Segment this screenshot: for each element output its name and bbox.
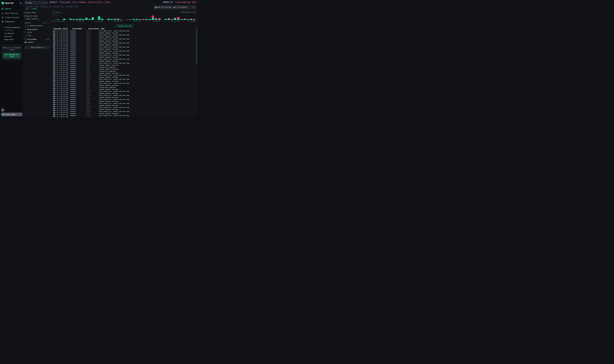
events-histogram[interactable]	[56, 14, 196, 20]
table-row[interactable]: ›May 15 1:42:43.336 PMpaymentinfoCharge …	[51, 36, 195, 38]
histogram-bar[interactable]	[97, 14, 101, 20]
histogram-bar[interactable]	[75, 14, 78, 20]
histogram-bar[interactable]	[189, 14, 193, 20]
table-row[interactable]: ›May 15 1:42:50.834 PMpaymentinfoCharge …	[51, 32, 195, 34]
table-row[interactable]: ›May 15 1:42:43.360 PMpaymenterrorVisa c…	[51, 34, 195, 36]
table-row[interactable]: ›May 15 1:42:05.460 PMpaymenterrorVisa c…	[51, 50, 195, 52]
histogram-bar[interactable]	[183, 14, 186, 20]
row-expand-icon[interactable]: ›	[51, 48, 53, 50]
histogram-bar[interactable]	[174, 14, 177, 20]
table-row[interactable]: ›May 15 1:40:07.413 PMpaymenterrorVisa c…	[51, 115, 195, 117]
histogram-bar[interactable]	[180, 14, 183, 20]
clear-filter-button[interactable]: Clear	[45, 39, 50, 40]
row-expand-icon[interactable]: ›	[51, 38, 53, 40]
row-expand-icon[interactable]: ›	[51, 30, 53, 32]
denoise-checkbox[interactable]	[25, 25, 26, 26]
row-expand-icon[interactable]: ›	[51, 50, 53, 52]
table-row[interactable]: ›May 15 1:41:57.178 PMpaymentinfoCharge …	[51, 64, 195, 66]
row-expand-icon[interactable]: ›	[51, 40, 53, 42]
table-row[interactable]: ›May 15 1:41:53.274 PMpaymentinfoTransac…	[51, 66, 195, 68]
sidebar-item-client-sessions[interactable]: Client Sessions	[0, 15, 24, 20]
column-drag-handle[interactable]: ⋮	[86, 28, 88, 29]
row-expand-icon[interactable]: ›	[51, 115, 53, 116]
table-row[interactable]: ›May 15 1:40:26.444 PMpaymentinfoCharge …	[51, 100, 195, 102]
row-expand-icon[interactable]: ›	[51, 105, 53, 106]
filter-option-error[interactable]: error	[25, 31, 50, 34]
table-row[interactable]: ›May 15 1:41:14.361 PMpaymentinfoCharge …	[51, 88, 195, 90]
row-expand-icon[interactable]: ›	[51, 56, 53, 58]
vertical-scrollbar[interactable]	[196, 28, 197, 65]
histogram-bar[interactable]	[145, 14, 148, 20]
table-row[interactable]: ›May 15 1:41:53.260 PMpaymentinfoCharge …	[51, 68, 195, 70]
histogram-bar[interactable]	[167, 14, 170, 20]
row-expand-icon[interactable]: ›	[51, 113, 53, 114]
table-row[interactable]: ›May 15 1:42:27.131 PMpaymenterrorVisa c…	[51, 42, 195, 44]
row-expand-icon[interactable]: ›	[51, 109, 53, 110]
table-row[interactable]: ›May 15 1:40:44.546 PMpaymentinfoCharge …	[51, 92, 195, 94]
table-row[interactable]: ›May 15 1:40:38.466 PMpaymenterrorVisa c…	[51, 94, 195, 96]
sql-columns-input[interactable]: SELECT Timestamp, ServiceName, SeverityT…	[49, 1, 163, 4]
time-range-picker[interactable]: May 15 13:32:00 - May 15 13:43:00	[154, 5, 190, 9]
table-row[interactable]: ›May 15 1:40:14.505 PMpaymentinfoCharge …	[51, 108, 195, 110]
row-expand-icon[interactable]: ›	[51, 83, 53, 84]
more-filters-button[interactable]: More filters ∨	[25, 46, 50, 49]
histogram-bar[interactable]	[113, 14, 117, 20]
preset-kubernetes[interactable]: Kubernetes	[0, 38, 24, 41]
sidebar-item-dashboards[interactable]: Dashboards∧	[0, 20, 24, 24]
row-expand-icon[interactable]: ›	[51, 32, 53, 34]
histogram-bar[interactable]	[117, 14, 120, 20]
histogram-bar[interactable]	[91, 14, 94, 20]
create-dashboard-button[interactable]: + Create Dashboard	[0, 26, 24, 29]
row-expand-icon[interactable]: ›	[51, 87, 53, 88]
table-row[interactable]: ›May 15 1:42:01.824 PMpaymenterrorVisa c…	[51, 58, 195, 60]
table-row[interactable]: ›May 15 1:42:50.843 PMpaymenterrorVisa c…	[51, 30, 195, 32]
table-options-icon[interactable]: ⋮	[194, 28, 196, 29]
filter-option-info[interactable]: info	[25, 34, 50, 37]
table-row[interactable]: ›May 15 1:41:25.370 PMpaymentinfoCharge …	[51, 80, 195, 82]
row-expand-icon[interactable]: ›	[51, 103, 53, 104]
table-row[interactable]: ›May 15 1:42:26.920 PMpaymentinfoCharge …	[51, 44, 195, 46]
resume-live-tail-button[interactable]: ⚡ Resume Live Tail	[115, 25, 133, 27]
row-expand-icon[interactable]: ›	[51, 58, 53, 60]
histogram-bar[interactable]	[107, 14, 110, 20]
row-expand-icon[interactable]: ›	[51, 44, 53, 46]
table-row[interactable]: ›May 15 1:42:13.019 PMpaymentinfoCharge …	[51, 48, 195, 50]
row-expand-icon[interactable]: ›	[51, 77, 53, 78]
histogram-bar[interactable]	[193, 14, 196, 20]
row-expand-icon[interactable]: ›	[51, 71, 53, 72]
histogram-bar[interactable]	[63, 14, 66, 20]
histogram-bar[interactable]	[101, 14, 104, 20]
preset-clickhouse[interactable]: Clickhouse	[0, 32, 24, 35]
denoise-results-option[interactable]: ◒ Denoise Results	[25, 25, 50, 27]
table-row[interactable]: ›May 15 1:40:14.511 PMpaymenterrorVisa c…	[51, 106, 195, 108]
table-row[interactable]: ›May 15 1:42:36.184 PMpaymentinfoCharge …	[51, 40, 195, 42]
histogram-bar[interactable]	[177, 14, 180, 20]
histogram-bar[interactable]	[104, 14, 107, 20]
analysis-mode-event-patterns[interactable]: Event Patterns	[25, 17, 50, 20]
table-row[interactable]: ›May 15 1:42:04.376 PMpaymentinfoCharge …	[51, 56, 195, 58]
gear-icon[interactable]: ⚙	[47, 1, 48, 4]
row-expand-icon[interactable]: ›	[51, 52, 53, 54]
table-row[interactable]: ›May 15 1:41:57.183 PMpaymenterrorVisa c…	[51, 62, 195, 64]
histogram-bar[interactable]	[170, 14, 174, 20]
table-row[interactable]: ›May 15 1:41:47.823 PMpaymentinfoTransac…	[51, 70, 195, 72]
table-row[interactable]: ›May 15 1:40:07.410 PMpaymentinfoCharge …	[51, 117, 195, 117]
source-selector[interactable]: Logs ▴▾	[25, 1, 46, 4]
account-switcher[interactable]: U Local mode ›	[1, 113, 22, 116]
row-expand-icon[interactable]: ›	[51, 68, 53, 70]
row-expand-icon[interactable]: ›	[51, 85, 53, 86]
row-expand-icon[interactable]: ›	[51, 107, 53, 108]
histogram-bar[interactable]	[186, 14, 189, 20]
table-row[interactable]: ›May 15 1:41:30.275 PMpaymentinfoCharge …	[51, 76, 195, 78]
row-expand-icon[interactable]: ›	[51, 91, 53, 92]
histogram-bar[interactable]	[126, 14, 129, 20]
histogram-bar[interactable]	[136, 14, 139, 20]
table-row[interactable]: ›May 15 1:42:13.055 PMpaymenterrorVisa c…	[51, 46, 195, 48]
table-row[interactable]: ›May 15 1:40:10.597 PMpaymentinfoCharge …	[51, 113, 195, 115]
order-by-input[interactable]: ORDER BY TimestampTime DESC	[162, 1, 197, 4]
checkbox[interactable]: ✓	[25, 41, 26, 43]
table-row[interactable]: ›May 15 1:40:24.214 PMpaymentinfoCharge …	[51, 104, 195, 106]
column-drag-handle[interactable]: ⋮	[99, 28, 100, 29]
table-row[interactable]: ›May 15 1:41:30.283 PMpaymenterrorVisa c…	[51, 74, 195, 76]
histogram-bar[interactable]	[78, 14, 82, 20]
